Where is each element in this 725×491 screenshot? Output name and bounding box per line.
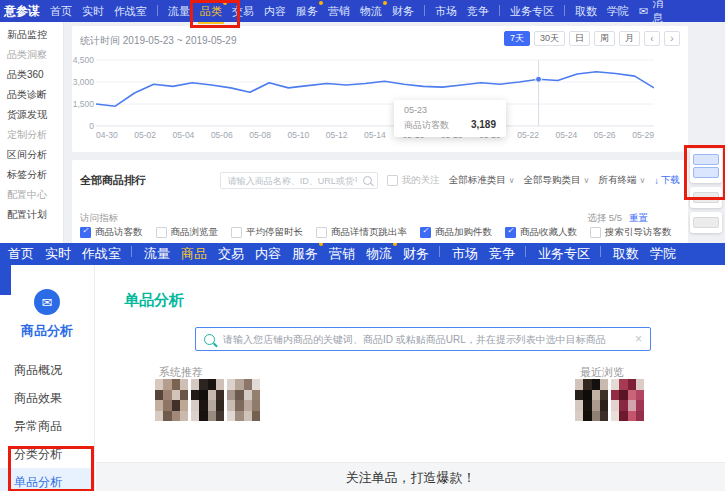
sidebar-item[interactable]: 标签分析 — [0, 165, 63, 185]
range-button[interactable]: 周 — [594, 31, 615, 46]
sidebar-item[interactable]: 配置中心 — [0, 185, 63, 205]
nav-item[interactable]: 交易 — [218, 245, 244, 263]
sidebar-menu: 商品概况商品效果异常商品分类分析单品分析 — [0, 356, 94, 491]
nav-item[interactable]: 营销 — [328, 4, 350, 19]
nav-item[interactable]: 财务 — [392, 4, 414, 19]
quick-action-button[interactable] — [693, 154, 719, 165]
download-icon: ↓ — [654, 175, 659, 186]
nav-item[interactable]: 交易 — [232, 4, 254, 19]
nav-item[interactable]: 物流 — [366, 245, 392, 263]
product-search-input[interactable] — [226, 175, 359, 187]
quick-action-button[interactable] — [693, 192, 719, 203]
nav-item[interactable]: 服务 — [292, 245, 318, 263]
nav-item[interactable]: 服务 — [296, 4, 318, 19]
product-thumbnail[interactable] — [611, 379, 644, 421]
range-button[interactable]: 7天 — [504, 31, 530, 46]
nav-item[interactable]: 内容 — [255, 245, 281, 263]
app-logo[interactable]: 意参谋 — [4, 3, 40, 20]
nav-item[interactable]: 首页 — [8, 245, 34, 263]
download-button[interactable]: ↓ 下载 — [654, 174, 680, 187]
messages-button[interactable]: ✉ 消息 — [639, 0, 670, 26]
x-tick: 04-30 — [96, 130, 118, 140]
item-search-input[interactable] — [221, 333, 629, 346]
metric-checkbox-row: 商品访客数 商品浏览量 平均停留时长 商品详情页跳出率 — [80, 226, 680, 239]
item-analysis-section: 首页实时作战室流量商品交易内容服务营销物流财务市场竞争业务专区取数学院 ✉ 商品… — [0, 243, 725, 491]
nav-item[interactable]: 学院 — [650, 245, 676, 263]
sidebar-item[interactable]: 新品监控 — [0, 25, 63, 45]
checkbox-icon — [505, 227, 516, 238]
footer-banner: 关注单品，打造爆款！ — [96, 462, 725, 491]
range-button[interactable]: 日 — [569, 31, 590, 46]
nav-item[interactable]: 内容 — [264, 4, 286, 19]
nav-item[interactable]: 流量 — [144, 245, 170, 263]
sidebar-item[interactable]: 分类分析 — [0, 440, 94, 468]
sidebar-item[interactable]: 商品概况 — [0, 356, 94, 384]
reset-button[interactable]: 重置 — [629, 212, 648, 225]
x-tick: 05-12 — [326, 130, 348, 140]
metric-checkbox[interactable]: 商品加购件数 — [420, 226, 492, 239]
sidebar-item[interactable]: 配置计划 — [0, 205, 63, 225]
sidebar-item[interactable]: 商品效果 — [0, 384, 94, 412]
quick-action-button[interactable] — [693, 167, 719, 178]
range-button[interactable]: 月 — [619, 31, 640, 46]
nav-item[interactable]: 取数 — [575, 4, 597, 19]
checkbox-icon — [387, 175, 398, 186]
sidebar-item[interactable]: 品类洞察 — [0, 45, 63, 65]
sidebar-item[interactable]: 货源发现 — [0, 105, 63, 125]
nav-item[interactable]: 品类 — [200, 4, 222, 19]
nav-item[interactable]: 业务专区 — [510, 4, 554, 19]
metric-checkbox[interactable]: 商品详情页跳出率 — [316, 226, 407, 239]
nav-item[interactable]: 财务 — [403, 245, 429, 263]
category-filter-dropdown[interactable]: 全部标准类目 ∨ — [449, 174, 515, 187]
nav-item[interactable]: 竞争 — [467, 4, 489, 19]
nav-item[interactable]: 实时 — [45, 245, 71, 263]
footer-slogan: 关注单品，打造爆款！ — [346, 469, 476, 487]
product-thumbnail[interactable] — [575, 379, 608, 421]
close-icon[interactable]: × — [635, 332, 642, 346]
sidebar-item[interactable]: 区间分析 — [0, 145, 63, 165]
nav-item[interactable]: 取数 — [613, 245, 639, 263]
metric-checkbox[interactable]: 商品访客数 — [80, 226, 143, 239]
terminal-filter-dropdown[interactable]: 所有终端 ∨ — [598, 174, 645, 187]
nav-item[interactable]: 营销 — [329, 245, 355, 263]
nav-item[interactable]: 市场 — [452, 245, 478, 263]
back-to-top-button[interactable] — [693, 217, 719, 228]
product-thumbnail[interactable] — [155, 379, 188, 421]
metric-checkbox[interactable]: 商品浏览量 — [156, 226, 219, 239]
nav-item[interactable]: 市场 — [435, 4, 457, 19]
sidebar-item[interactable]: 单品分析 — [0, 468, 94, 491]
sidebar-item[interactable]: 品类诊断 — [0, 85, 63, 105]
page-title: 单品分析 — [124, 291, 184, 310]
metric-checkbox[interactable]: 商品收藏人数 — [505, 226, 577, 239]
sidebar-item[interactable]: 定制分析 — [0, 125, 63, 145]
sidebar-item[interactable]: 异常商品 — [0, 412, 94, 440]
nav-item[interactable]: 学院 — [607, 4, 629, 19]
product-search-box[interactable] — [220, 172, 378, 189]
item-search-box[interactable]: × — [195, 327, 651, 351]
product-thumbnail[interactable] — [227, 379, 260, 421]
trend-line-svg — [96, 58, 654, 128]
nav-item[interactable]: 商品 — [181, 245, 207, 263]
nav-item[interactable]: 物流 — [360, 4, 382, 19]
nav-item[interactable]: 作战室 — [114, 4, 147, 19]
bottom-nav-bar: 首页实时作战室流量商品交易内容服务营销物流财务市场竞争业务专区取数学院 — [0, 243, 725, 265]
nav-item[interactable]: 流量 — [168, 4, 190, 19]
metric-checkbox[interactable]: 搜索引导访客数 — [590, 226, 672, 239]
module-icon-circle: ✉ — [34, 289, 60, 315]
prev-period-button[interactable]: ‹ — [644, 31, 660, 46]
nav-item[interactable]: 业务专区 — [538, 245, 590, 263]
nav-item[interactable]: 作战室 — [82, 245, 121, 263]
nav-item[interactable]: 竞争 — [489, 245, 515, 263]
nav-item[interactable]: 首页 — [50, 4, 72, 19]
nav-item[interactable]: 实时 — [82, 4, 104, 19]
sidebar-item[interactable]: 品类360 — [0, 65, 63, 85]
my-follow-checkbox[interactable]: 我的关注 — [387, 174, 440, 187]
guide-category-filter-dropdown[interactable]: 全部导购类目 ∨ — [524, 174, 590, 187]
product-thumbnail[interactable] — [191, 379, 224, 421]
visitor-trend-chart[interactable]: 4,5003,0001,5000 05-23 商品访客数 3,189 — [96, 58, 654, 128]
metric-checkbox[interactable]: 平均停留时长 — [231, 226, 303, 239]
range-button[interactable]: 30天 — [534, 31, 565, 46]
messages-label: 消息 — [652, 0, 670, 26]
next-period-button[interactable]: › — [664, 31, 680, 46]
product-analysis-sidebar: ✉ 商品分析 商品概况商品效果异常商品分类分析单品分析 — [0, 265, 95, 491]
